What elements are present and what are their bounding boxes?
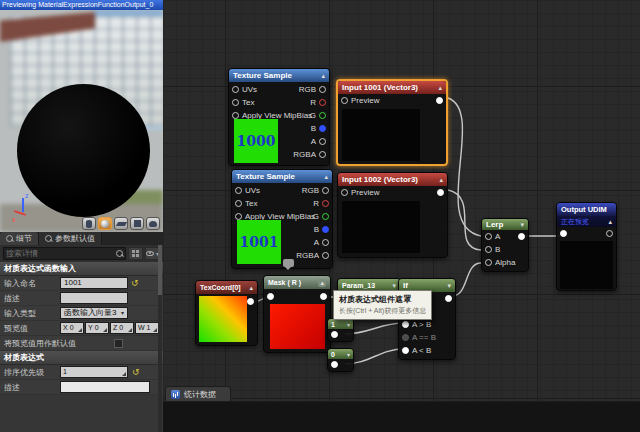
- sphere-shape-button[interactable]: [98, 217, 112, 230]
- pin-a-eq-b[interactable]: [402, 334, 409, 341]
- preview-x-field[interactable]: X0: [60, 322, 84, 334]
- custom-mesh-button[interactable]: [146, 217, 160, 230]
- previewing-badge: 正在预览: [561, 217, 589, 227]
- row-expression-description: 描述: [0, 380, 163, 395]
- dropdown-icon[interactable]: ▾: [520, 221, 524, 229]
- cube-shape-button[interactable]: [130, 217, 144, 230]
- dropdown-icon[interactable]: ▾: [347, 351, 350, 358]
- node-constant-1[interactable]: 1▾: [327, 318, 354, 342]
- material-preview-viewport[interactable]: z x: [0, 10, 163, 232]
- use-preview-default-checkbox[interactable]: [114, 339, 123, 348]
- pin-output[interactable]: [445, 295, 452, 302]
- node-mask[interactable]: Mask ( R )▴: [263, 275, 331, 353]
- pin-preview-input[interactable]: [341, 189, 348, 196]
- pin-output[interactable]: [606, 230, 613, 237]
- pin-output[interactable]: [247, 298, 254, 305]
- pin-mipbias[interactable]: [235, 213, 242, 220]
- collapse-icon[interactable]: ▴: [249, 284, 253, 292]
- pin-r[interactable]: [322, 200, 329, 207]
- preview-title-bar: Previewing MaterialExpressionFunctionOut…: [0, 0, 163, 10]
- node-texture-sample-2[interactable]: Texture Sample▴ UVs Tex Apply View MipBi…: [231, 169, 333, 269]
- pin-g[interactable]: [322, 213, 329, 220]
- pin-alpha[interactable]: [485, 259, 492, 266]
- collapse-icon[interactable]: ▴: [321, 72, 325, 80]
- drag-corner-icon: [153, 328, 157, 332]
- pin-b[interactable]: [322, 226, 329, 233]
- pin-output[interactable]: [320, 293, 327, 300]
- pin-tex[interactable]: [232, 99, 239, 106]
- preview-z-field[interactable]: Z0: [110, 322, 134, 334]
- pin-rgba[interactable]: [322, 252, 329, 259]
- section-function-input[interactable]: 材质表达式函数输入: [0, 262, 163, 276]
- pin-output[interactable]: [436, 97, 443, 104]
- row-use-preview-as-default: 将预览值用作默认值: [0, 336, 163, 351]
- pin-tex[interactable]: [235, 200, 242, 207]
- dropdown-icon[interactable]: ▾: [347, 321, 350, 328]
- output-preview-swatch: [560, 241, 613, 289]
- texture-preview-1000: 1000: [234, 119, 278, 163]
- sort-priority-field[interactable]: 1: [60, 366, 128, 378]
- node-input-1001[interactable]: Input 1001 (Vector3)▴ Preview: [336, 79, 448, 166]
- node-input-1002[interactable]: Input 1002 (Vector3)▴ Preview: [337, 172, 448, 258]
- pin-rgb[interactable]: [322, 187, 329, 194]
- pin-input[interactable]: [560, 230, 567, 237]
- tab-details[interactable]: 细节: [0, 232, 39, 245]
- pin-a[interactable]: [319, 138, 326, 145]
- pin-output[interactable]: [437, 189, 444, 196]
- node-constant-0[interactable]: 0▾: [327, 348, 354, 372]
- pin-output[interactable]: [331, 331, 338, 338]
- preview-w-field[interactable]: W1: [135, 322, 159, 334]
- pin-r[interactable]: [319, 99, 326, 106]
- pin-a-lt-b[interactable]: [402, 347, 409, 354]
- search-input[interactable]: [6, 249, 116, 258]
- details-scrollbar[interactable]: [158, 245, 162, 432]
- pin-rgb[interactable]: [319, 86, 326, 93]
- pin-a[interactable]: [485, 233, 492, 240]
- input-type-dropdown[interactable]: 函数输入向量3 ▾: [60, 307, 128, 319]
- expression-description-field[interactable]: [60, 381, 150, 393]
- texcoord-preview-swatch: [199, 296, 247, 342]
- reset-icon[interactable]: ↺: [132, 367, 140, 377]
- collapse-icon[interactable]: ▴: [324, 173, 328, 181]
- pin-output[interactable]: [331, 361, 338, 368]
- column-view-button[interactable]: [128, 247, 143, 260]
- node-tooltip: 材质表达式组件遮罩 长按(Ctrl + Alt)获得更多信息: [333, 290, 432, 320]
- collapse-icon[interactable]: ▴: [318, 279, 326, 287]
- pin-a-gt-b[interactable]: [402, 321, 409, 328]
- node-texture-sample-1[interactable]: Texture Sample▴ UVs Tex Apply View MipBi…: [228, 68, 330, 166]
- pin-a[interactable]: [322, 239, 329, 246]
- collapse-icon[interactable]: ▴: [439, 176, 443, 184]
- details-search-box[interactable]: [3, 247, 126, 260]
- reset-icon[interactable]: ↺: [131, 278, 139, 288]
- pin-mipbias[interactable]: [232, 112, 239, 119]
- collapse-icon[interactable]: ▴: [438, 84, 442, 92]
- pin-output[interactable]: [518, 233, 525, 240]
- cylinder-shape-button[interactable]: [82, 217, 96, 230]
- pin-g[interactable]: [319, 112, 326, 119]
- dropdown-icon[interactable]: ▾: [447, 282, 451, 290]
- tab-parameter-defaults[interactable]: 参数默认值: [39, 232, 102, 245]
- description-field[interactable]: [60, 292, 128, 304]
- preview-y-field[interactable]: Y0: [85, 322, 109, 334]
- pin-b[interactable]: [319, 125, 326, 132]
- pin-rgba[interactable]: [319, 151, 326, 158]
- pin-preview-input[interactable]: [341, 97, 348, 104]
- pin-input[interactable]: [267, 293, 274, 300]
- wire-if-to-lerp-alpha: [452, 263, 481, 296]
- material-graph-canvas[interactable]: Texture Sample▴ UVs Tex Apply View MipBi…: [163, 0, 640, 432]
- tab-stats[interactable]: 统计数据: [165, 386, 231, 401]
- section-material-expression[interactable]: 材质表达式: [0, 351, 163, 365]
- pin-uvs[interactable]: [235, 187, 242, 194]
- teapot-icon: [149, 221, 157, 227]
- plane-shape-button[interactable]: [114, 217, 128, 230]
- input-name-field[interactable]: 1001: [60, 277, 128, 289]
- node-output-udim[interactable]: Output UDIM 正在预览 ▴: [556, 202, 617, 291]
- comment-bubble-icon[interactable]: [283, 259, 294, 267]
- dropdown-icon[interactable]: ▾: [392, 282, 396, 290]
- row-sort-priority: 排序优先级 1 ↺: [0, 365, 163, 380]
- node-texcoord[interactable]: TexCoord[0]▴: [195, 280, 258, 346]
- pin-b[interactable]: [485, 246, 492, 253]
- node-lerp[interactable]: Lerp▾ A B Alpha: [481, 218, 529, 272]
- pin-uvs[interactable]: [232, 86, 239, 93]
- collapse-icon[interactable]: ▴: [608, 218, 612, 226]
